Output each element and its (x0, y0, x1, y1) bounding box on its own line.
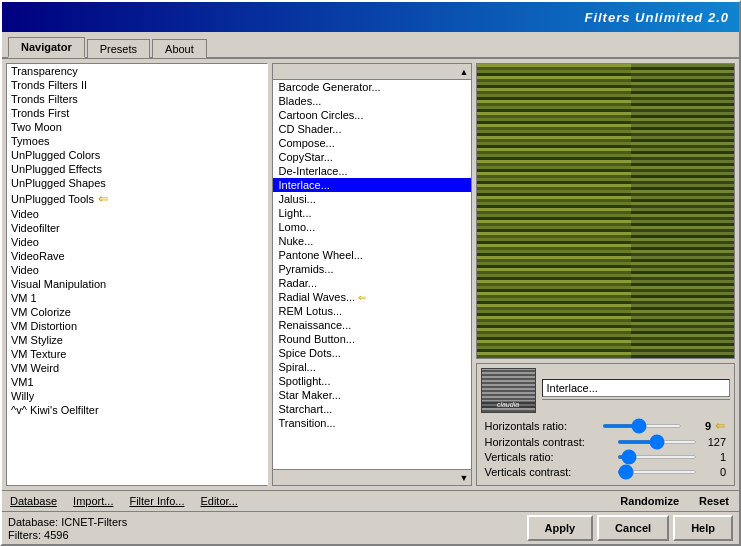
middle-panel-footer: ▼ (273, 469, 471, 485)
param-label: Verticals contrast: (485, 466, 572, 478)
filter-item[interactable]: Compose... (273, 136, 471, 150)
apply-button[interactable]: Apply (527, 515, 594, 541)
list-item[interactable]: UnPlugged Colors (7, 148, 267, 162)
status-bar: Database: ICNET-Filters Filters: 4596 Ap… (2, 511, 739, 544)
list-item[interactable]: Tymoes (7, 134, 267, 148)
filter-item[interactable]: CD Shader... (273, 122, 471, 136)
filter-item[interactable]: Star Maker... (273, 388, 471, 402)
list-item[interactable]: Video (7, 235, 267, 249)
param-row-v-contrast: Verticals contrast: 0 (481, 465, 731, 479)
filter-item[interactable]: Pantone Wheel... (273, 248, 471, 262)
cancel-button[interactable]: Cancel (597, 515, 669, 541)
param-row-h-contrast: Horizontals contrast: 127 (481, 435, 731, 449)
filter-item-interlace[interactable]: Interlace... (273, 178, 471, 192)
filter-item[interactable]: Jalusi... (273, 192, 471, 206)
param-value-h-ratio: 9 (686, 420, 711, 432)
filters-value: 4596 (44, 529, 68, 541)
reset-button[interactable]: Reset (693, 493, 735, 509)
filter-item[interactable]: Renaissance... (273, 318, 471, 332)
v-ratio-slider[interactable] (617, 455, 697, 459)
bottom-toolbar: Database Import... Filter Info... Editor… (2, 490, 739, 511)
v-contrast-slider[interactable] (617, 470, 697, 474)
filter-item[interactable]: Transition... (273, 416, 471, 430)
list-item[interactable]: Willy (7, 389, 267, 403)
list-item[interactable]: Tronds Filters II (7, 78, 267, 92)
left-list-scroll[interactable]: Transparency Tronds Filters II Tronds Fi… (7, 64, 267, 417)
filter-item[interactable]: Radar... (273, 276, 471, 290)
database-button[interactable]: Database (6, 493, 61, 509)
list-item[interactable]: Videofilter (7, 221, 267, 235)
database-status: Database: ICNET-Filters (8, 516, 127, 528)
filter-item[interactable]: Spice Dots... (273, 346, 471, 360)
filter-item[interactable]: Light... (273, 206, 471, 220)
filter-item[interactable]: CopyStar... (273, 150, 471, 164)
list-item[interactable]: Video (7, 263, 267, 277)
help-button[interactable]: Help (673, 515, 733, 541)
filter-item[interactable]: Pyramids... (273, 262, 471, 276)
list-item[interactable]: VM Distortion (7, 319, 267, 333)
arrow-icon: ⇐ (358, 292, 366, 303)
param-slider-group: 0 (617, 466, 726, 478)
filter-item[interactable]: Blades... (273, 94, 471, 108)
filter-item[interactable]: Spiral... (273, 360, 471, 374)
list-item[interactable]: Transparency (7, 64, 267, 78)
filter-info-button[interactable]: Filter Info... (125, 493, 188, 509)
filters-label: Filters: (8, 529, 44, 541)
param-value-v-ratio: 1 (701, 451, 726, 463)
scroll-down-icon[interactable]: ▼ (460, 473, 469, 483)
arrow-icon: ⇐ (98, 191, 109, 206)
randomize-button[interactable]: Randomize (614, 493, 685, 509)
list-item[interactable]: Two Moon (7, 120, 267, 134)
list-item[interactable]: VM Texture (7, 347, 267, 361)
list-item[interactable]: Tronds First (7, 106, 267, 120)
filter-item[interactable]: Cartoon Circles... (273, 108, 471, 122)
param-value-v-contrast: 0 (701, 466, 726, 478)
list-item[interactable]: VM 1 (7, 291, 267, 305)
right-panel: claudia Interlace... Horizontals ratio: … (476, 63, 736, 486)
middle-panel[interactable]: ▲ Barcode Generator... Blades... Cartoon… (272, 63, 472, 486)
list-item[interactable]: VM Weird (7, 361, 267, 375)
filter-item[interactable]: De-Interlace... (273, 164, 471, 178)
database-label: Database: (8, 516, 61, 528)
tab-presets[interactable]: Presets (87, 39, 150, 58)
list-item[interactable]: VM1 (7, 375, 267, 389)
tab-navigator[interactable]: Navigator (8, 37, 85, 58)
list-item[interactable]: VideoRave (7, 249, 267, 263)
list-item-unplugged-tools[interactable]: UnPlugged Tools ⇐ (7, 190, 267, 207)
list-item[interactable]: VM Colorize (7, 305, 267, 319)
left-panel[interactable]: Transparency Tronds Filters II Tronds Fi… (6, 63, 268, 486)
list-item[interactable]: UnPlugged Shapes (7, 176, 267, 190)
filter-item[interactable]: Lomo... (273, 220, 471, 234)
param-label: Verticals ratio: (485, 451, 554, 463)
list-item[interactable]: Video (7, 207, 267, 221)
param-label: Horizontals contrast: (485, 436, 585, 448)
list-item[interactable]: Visual Manipulation (7, 277, 267, 291)
title-bar: Filters Unlimited 2.0 (2, 2, 739, 32)
import-button[interactable]: Import... (69, 493, 117, 509)
filter-item-radial-waves[interactable]: Radial Waves... ⇐ (273, 290, 471, 304)
filter-logo-text: claudia (482, 401, 535, 408)
main-window: Filters Unlimited 2.0 Navigator Presets … (0, 0, 741, 546)
list-item[interactable]: UnPlugged Effects (7, 162, 267, 176)
filter-item[interactable]: Spotlight... (273, 374, 471, 388)
filter-item[interactable]: REM Lotus... (273, 304, 471, 318)
filter-divider (542, 399, 731, 400)
tab-about[interactable]: About (152, 39, 207, 58)
scroll-up-icon[interactable]: ▲ (460, 67, 469, 77)
h-ratio-slider[interactable] (602, 424, 682, 428)
filter-logo-stripes: claudia (482, 369, 535, 412)
list-item[interactable]: ^v^ Kiwi's Oelfilter (7, 403, 267, 417)
preview-area (476, 63, 736, 359)
filter-header-row: claudia Interlace... (481, 368, 731, 413)
list-item[interactable]: Tronds Filters (7, 92, 267, 106)
param-row-h-ratio: Horizontals ratio: 9 ⇐ (481, 417, 731, 434)
filter-item[interactable]: Barcode Generator... (273, 80, 471, 94)
param-row-v-ratio: Verticals ratio: 1 (481, 450, 731, 464)
h-contrast-slider[interactable] (617, 440, 697, 444)
filter-item[interactable]: Round Button... (273, 332, 471, 346)
filter-item[interactable]: Starchart... (273, 402, 471, 416)
list-item[interactable]: VM Stylize (7, 333, 267, 347)
filter-item[interactable]: Nuke... (273, 234, 471, 248)
editor-button[interactable]: Editor... (196, 493, 241, 509)
middle-list-scroll[interactable]: Barcode Generator... Blades... Cartoon C… (273, 80, 471, 469)
